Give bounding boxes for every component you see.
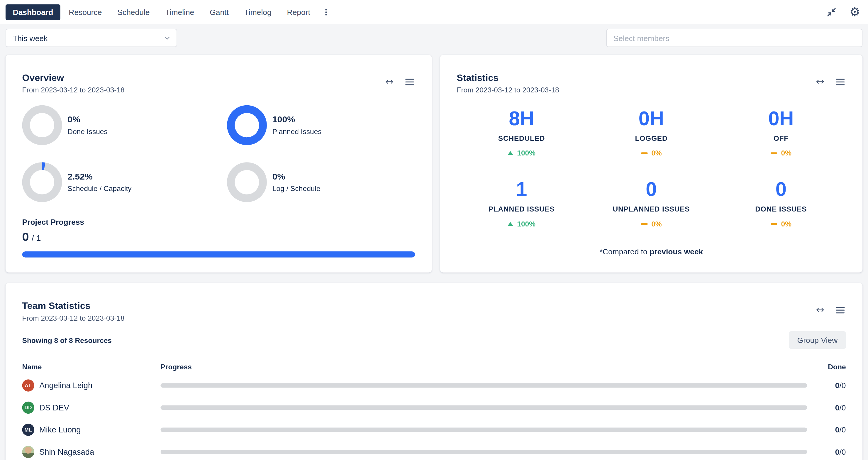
tab-timelog[interactable]: Timelog [237, 4, 279, 20]
table-row[interactable]: ML Mike Luong 0/0 [22, 419, 846, 441]
hamburger-menu-icon [836, 78, 845, 85]
done-issues-donut [22, 105, 62, 145]
kebab-menu-icon [322, 8, 331, 17]
project-progress-bar [22, 251, 415, 257]
tab-report[interactable]: Report [280, 4, 317, 20]
trend-up-icon [507, 151, 513, 155]
statistics-title: Statistics [457, 72, 559, 84]
comparison-footnote: *Compared to previous week [457, 247, 846, 256]
stat-unplanned-issues: 0 UNPLANNED ISSUES 0% [587, 180, 716, 228]
member-progress-bar [160, 383, 807, 388]
team-menu-button[interactable] [835, 305, 846, 315]
resources-count-label: Showing 8 of 8 Resources [22, 336, 112, 344]
collapse-view-button[interactable] [825, 6, 838, 19]
gear-icon: ⚙ [849, 6, 860, 19]
log-schedule-stat: 0% Log / Schedule [219, 162, 415, 202]
tab-gantt[interactable]: Gantt [203, 4, 236, 20]
team-statistics-title: Team Statistics [22, 301, 125, 312]
trend-flat-icon [771, 152, 777, 154]
tab-dashboard[interactable]: Dashboard [6, 4, 60, 20]
overview-card: Overview From 2023-03-12 to 2023-03-18 [6, 55, 432, 273]
dashboard-content: Overview From 2023-03-12 to 2023-03-18 [0, 47, 868, 460]
avatar: DD [22, 402, 35, 414]
table-header-row: Name Progress Done [22, 359, 846, 374]
column-header-done: Done [815, 363, 846, 371]
topbar-actions: ⚙ [825, 5, 861, 19]
project-progress-done: 0 [22, 230, 29, 244]
table-row[interactable]: Shin Nagasada 0/0 [22, 441, 846, 460]
trend-flat-icon [641, 152, 648, 154]
period-select-value: This week [12, 33, 48, 42]
column-header-progress: Progress [160, 363, 815, 371]
column-header-name: Name [22, 363, 161, 371]
log-schedule-donut [227, 162, 267, 202]
done-issues-stat: 0% Done Issues [22, 105, 219, 145]
trend-up-icon [507, 222, 513, 226]
member-name: Angelina Leigh [39, 381, 92, 390]
top-navigation: Dashboard Resource Schedule Timeline Gan… [0, 0, 868, 24]
expand-horizontal-icon [385, 77, 394, 86]
team-table: Name Progress Done AL Angelina Leigh 0/0… [22, 359, 846, 460]
statistics-menu-button[interactable] [835, 76, 846, 87]
avatar: AL [22, 379, 35, 392]
collapse-arrows-icon [826, 7, 837, 18]
team-statistics-card: Team Statistics From 2023-03-12 to 2023-… [6, 283, 862, 460]
member-done-count: 0/0 [815, 425, 846, 434]
avatar [22, 446, 35, 458]
statistics-card: Statistics From 2023-03-12 to 2023-03-18 [440, 55, 862, 273]
schedule-capacity-stat: 2.52% Schedule / Capacity [22, 162, 219, 202]
table-row[interactable]: DD DS DEV 0/0 [22, 397, 846, 419]
overview-title: Overview [22, 72, 125, 84]
project-progress-fill [22, 251, 415, 257]
expand-horizontal-icon [815, 305, 825, 314]
member-name: DS DEV [39, 403, 69, 412]
dashboard-page: Dashboard Resource Schedule Timeline Gan… [0, 0, 868, 460]
trend-flat-icon [771, 223, 777, 225]
statistics-date-range: From 2023-03-12 to 2023-03-18 [457, 86, 559, 94]
hamburger-menu-icon [836, 306, 845, 314]
stat-off: 0H OFF 0% [716, 109, 846, 157]
tab-resource[interactable]: Resource [62, 4, 109, 20]
more-tabs-button[interactable] [318, 6, 334, 19]
table-row[interactable]: AL Angelina Leigh 0/0 [22, 374, 846, 397]
project-progress-total: / 1 [32, 233, 41, 243]
avatar: ML [22, 424, 35, 436]
member-done-count: 0/0 [815, 381, 846, 390]
trend-flat-icon [641, 223, 648, 225]
member-done-count: 0/0 [815, 448, 846, 456]
overview-expand-button[interactable] [383, 76, 395, 88]
stat-scheduled: 8H SCHEDULED 100% [457, 109, 586, 157]
nav-tabs: Dashboard Resource Schedule Timeline Gan… [6, 4, 334, 20]
overview-date-range: From 2023-03-12 to 2023-03-18 [22, 86, 125, 94]
planned-issues-donut [227, 105, 267, 145]
statistics-grid: 8H SCHEDULED 100% 0H LOGGED [457, 109, 846, 228]
member-done-count: 0/0 [815, 403, 846, 412]
overview-donuts: 0% Done Issues 100% Planned Issues 2.52%… [22, 105, 415, 202]
period-select[interactable]: This week [6, 29, 177, 47]
member-progress-bar [160, 450, 807, 454]
expand-horizontal-icon [815, 77, 825, 86]
settings-button[interactable]: ⚙ [848, 5, 862, 19]
hamburger-menu-icon [405, 78, 414, 85]
member-progress-bar [160, 405, 807, 410]
member-progress-bar [160, 427, 807, 432]
stat-done-issues: 0 DONE ISSUES 0% [716, 180, 846, 228]
member-name: Shin Nagasada [39, 448, 94, 456]
team-expand-button[interactable] [814, 304, 826, 316]
stat-logged: 0H LOGGED 0% [587, 109, 716, 157]
tab-timeline[interactable]: Timeline [158, 4, 202, 20]
select-members-input[interactable] [606, 29, 862, 47]
filter-row: This week [0, 24, 868, 47]
group-view-button[interactable]: Group View [789, 331, 846, 349]
member-name: Mike Luong [39, 425, 81, 434]
overview-menu-button[interactable] [404, 76, 415, 87]
tab-schedule[interactable]: Schedule [110, 4, 157, 20]
chevron-down-icon [163, 34, 171, 42]
statistics-expand-button[interactable] [814, 76, 826, 88]
project-progress-label: Project Progress [22, 218, 415, 226]
stat-planned-issues: 1 PLANNED ISSUES 100% [457, 180, 586, 228]
team-date-range: From 2023-03-12 to 2023-03-18 [22, 314, 125, 322]
planned-issues-stat: 100% Planned Issues [219, 105, 415, 145]
schedule-capacity-donut [22, 162, 62, 202]
